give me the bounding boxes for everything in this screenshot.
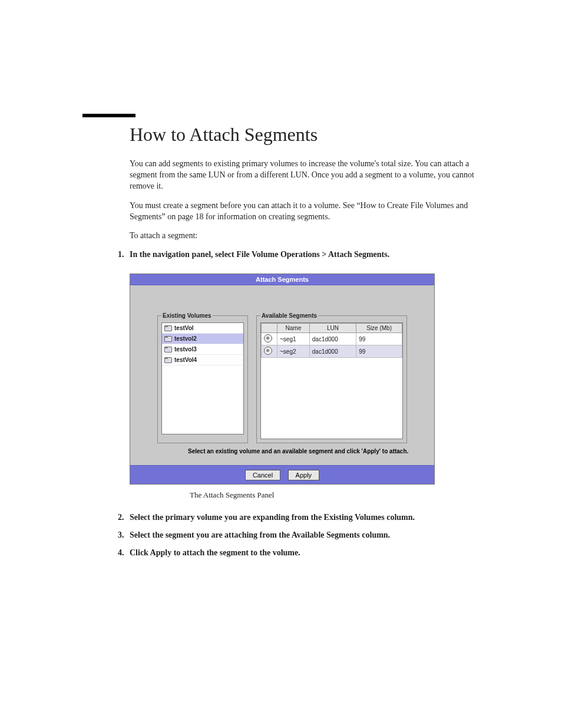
- disk-icon: [164, 357, 172, 363]
- table-row[interactable]: ~seg1dac1d00099: [262, 333, 402, 345]
- step-1: In the navigation panel, select File Vol…: [118, 250, 485, 259]
- available-segments-group: Available Segments Name LUN Size (Mb): [256, 312, 407, 443]
- list-item-label: testVol: [174, 325, 194, 331]
- list-item-label: testVol4: [174, 357, 197, 363]
- available-segments-table-wrap[interactable]: Name LUN Size (Mb) ~seg1dac1d00099~seg2d…: [260, 322, 403, 439]
- segment-icon: [264, 334, 272, 342]
- panel-hint: Select an existing volume and an availab…: [188, 448, 424, 454]
- cell-lun: dac1d000: [309, 333, 356, 345]
- list-item[interactable]: testVol: [162, 323, 243, 334]
- apply-button[interactable]: Apply: [288, 470, 320, 480]
- step-4: Click Apply to attach the segment to the…: [118, 548, 485, 558]
- panel-body: Existing Volumes testVoltestvol2testvol3…: [130, 285, 434, 465]
- existing-volumes-group: Existing Volumes testVoltestvol2testvol3…: [157, 312, 248, 443]
- section-rule: [82, 114, 135, 117]
- step-3: Select the segment you are attaching fro…: [118, 531, 485, 540]
- figure-caption: The Attach Segments Panel: [190, 490, 485, 500]
- disk-icon: [164, 325, 172, 331]
- cell-name: ~seg2: [277, 345, 310, 358]
- panel-footer: Cancel Apply: [130, 465, 434, 484]
- cell-name: ~seg1: [277, 333, 310, 345]
- step-2: Select the primary volume you are expand…: [118, 513, 485, 522]
- available-segments-table: Name LUN Size (Mb) ~seg1dac1d00099~seg2d…: [261, 323, 402, 358]
- list-item[interactable]: testvol3: [162, 344, 243, 355]
- existing-volumes-legend: Existing Volumes: [161, 312, 213, 319]
- body-paragraph-3: To attach a segment:: [130, 230, 485, 242]
- list-item-label: testvol2: [174, 335, 197, 342]
- disk-icon: [164, 336, 172, 342]
- cell-size: 99: [356, 345, 402, 358]
- segment-icon: [264, 347, 272, 355]
- attach-segments-panel: Attach Segments Existing Volumes testVol…: [130, 274, 435, 485]
- panel-title: Attach Segments: [130, 274, 434, 285]
- cell-size: 99: [356, 333, 402, 345]
- body-paragraph-1: You can add segments to existing primary…: [130, 159, 485, 192]
- table-row[interactable]: ~seg2dac1d00099: [262, 345, 402, 358]
- list-item[interactable]: testvol2: [162, 334, 243, 344]
- list-item[interactable]: testVol4: [162, 355, 243, 365]
- list-item-label: testvol3: [174, 346, 197, 353]
- cancel-button[interactable]: Cancel: [245, 470, 280, 480]
- col-size[interactable]: Size (Mb): [356, 324, 402, 333]
- existing-volumes-list[interactable]: testVoltestvol2testvol3testVol4: [161, 322, 244, 434]
- col-name[interactable]: Name: [277, 324, 310, 333]
- body-paragraph-2: You must create a segment before you can…: [130, 200, 485, 223]
- disk-icon: [164, 347, 172, 353]
- page-title: How to Attach Segments: [130, 124, 485, 146]
- col-icon: [262, 324, 277, 333]
- cell-lun: dac1d000: [309, 345, 356, 358]
- available-segments-legend: Available Segments: [260, 312, 318, 319]
- col-lun[interactable]: LUN: [309, 324, 356, 333]
